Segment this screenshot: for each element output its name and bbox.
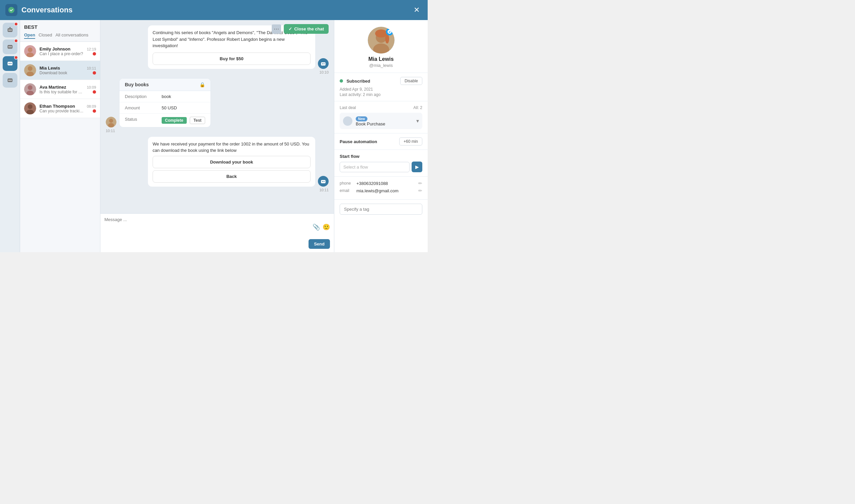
subscription-row: Subscribed Disable: [340, 77, 422, 85]
svg-point-14: [28, 48, 33, 52]
conv-item-ethan[interactable]: Ethan Thompson Can you provide tracking …: [20, 99, 100, 118]
msg-time-1: 10:10: [319, 70, 329, 74]
svg-rect-7: [7, 62, 12, 66]
deal-all-count: All: 2: [413, 105, 422, 110]
tab-all[interactable]: All conversations: [55, 32, 88, 39]
subscription-section: Subscribed Disable Added Apr 9, 2021 Las…: [334, 73, 428, 101]
flow-section: Start flow Select a flow ▶: [334, 150, 428, 177]
emoji-icon[interactable]: 🙂: [322, 223, 330, 231]
close-window-button[interactable]: ✕: [411, 4, 422, 16]
conv-preview-mia: Download book: [39, 71, 83, 75]
edit-email-icon[interactable]: ✏: [418, 188, 422, 193]
chat-toolbar: ⋯ ✓ Close the chat: [272, 24, 329, 34]
status-value: Complete Test: [162, 117, 205, 124]
contact-section: phone +380632091088 ✏ email mia.lewis@gm…: [334, 177, 428, 200]
back-button[interactable]: Back: [153, 170, 311, 183]
svg-point-33: [324, 181, 325, 182]
svg-point-37: [375, 30, 387, 37]
flow-play-button[interactable]: ▶: [412, 162, 422, 172]
conv-item-mia[interactable]: Mia Lewis Download book 10:11: [20, 61, 100, 80]
phone-row: phone +380632091088 ✏: [340, 181, 422, 186]
svg-point-5: [8, 46, 10, 48]
svg-point-38: [385, 34, 389, 43]
message-input[interactable]: [104, 217, 310, 237]
conv-meta-ethan: 08:09: [87, 104, 96, 113]
lock-icon: 🔒: [199, 82, 205, 87]
order-row-description: Description book: [120, 91, 210, 102]
deal-header-row: Last deal All: 2: [340, 105, 422, 110]
svg-rect-10: [7, 78, 12, 82]
tag-input[interactable]: [340, 204, 422, 215]
deal-label: Last deal: [340, 105, 356, 110]
buy-for-50-button[interactable]: Buy for $50: [153, 53, 311, 65]
sidebar-bot-1[interactable]: [3, 23, 17, 37]
conversation-list: BEST Open Closed All conversations Emily…: [20, 20, 100, 252]
flow-label: Start flow: [340, 154, 422, 159]
svg-point-27: [324, 63, 325, 64]
close-chat-button[interactable]: ✓ Close the chat: [284, 24, 329, 34]
disable-button[interactable]: Disable: [400, 77, 422, 85]
phone-label: phone: [340, 181, 356, 186]
profile-handle: @mia_lewis: [369, 63, 392, 68]
profile-avatar: [368, 27, 395, 54]
download-book-button[interactable]: Download your book: [153, 156, 311, 168]
tag-section: [334, 200, 428, 219]
status-complete-button[interactable]: Complete: [162, 117, 187, 124]
svg-point-17: [28, 66, 33, 71]
badge-1: [14, 22, 18, 26]
email-row: email mia.lewis@gmail.com ✏: [340, 188, 422, 193]
conv-time-mia: 10:11: [87, 66, 96, 70]
message-3: We have received your payment for the or…: [106, 137, 329, 192]
deal-expand-icon[interactable]: ▾: [416, 118, 419, 124]
svg-point-1: [8, 30, 10, 31]
profile-name: Mia Lewis: [368, 56, 394, 62]
sidebar-bot-3[interactable]: [3, 56, 17, 71]
conv-time-ethan: 08:09: [87, 104, 96, 108]
unread-dot-emily: [93, 52, 96, 55]
deal-name: Book Purchase: [356, 121, 413, 126]
subscribed-status: Subscribed: [340, 78, 370, 84]
unread-dot-ava: [93, 90, 96, 94]
unread-dot-mia: [93, 71, 96, 75]
conv-preview-ava: Is this toy suitable for a 5-year-old?: [39, 90, 83, 94]
email-label: email: [340, 188, 356, 193]
attachment-icon[interactable]: 📎: [313, 223, 320, 231]
conv-preview-emily: Can I place a pre-order?: [39, 52, 83, 56]
flow-select[interactable]: Select a flow: [340, 162, 409, 172]
edit-phone-icon[interactable]: ✏: [418, 181, 422, 186]
conv-info-mia: Mia Lewis Download book: [39, 66, 83, 75]
subscribed-dot: [340, 79, 343, 83]
deal-card[interactable]: New Book Purchase ▾: [340, 113, 422, 129]
last-activity: Last activity: 2 min ago: [340, 92, 422, 97]
conv-preview-ethan: Can you provide tracking informa...: [39, 109, 83, 113]
main-layout: BEST Open Closed All conversations Emily…: [0, 20, 428, 252]
sidebar-bot-4[interactable]: [3, 73, 17, 88]
pause-row: Pause automation +60 min: [340, 138, 422, 145]
svg-point-9: [10, 63, 11, 64]
app-title: Conversations: [21, 6, 411, 14]
tab-closed[interactable]: Closed: [38, 32, 52, 39]
avatar-mia: [24, 64, 36, 76]
avatar-ava: [24, 83, 36, 95]
more-options-button[interactable]: ⋯: [272, 24, 281, 34]
deal-new-badge: New: [356, 116, 367, 121]
svg-point-12: [10, 79, 11, 81]
tab-open[interactable]: Open: [24, 32, 35, 39]
input-actions: 📎 🙂: [313, 223, 330, 231]
message-2: Buy books 🔒 Description book Amount 50 U…: [106, 78, 329, 133]
app-logo: [5, 4, 17, 16]
unread-dot-ethan: [93, 109, 96, 113]
conv-meta-emily: 12:19: [87, 47, 96, 55]
conv-time-ava: 10:09: [87, 85, 96, 89]
status-test-button[interactable]: Test: [190, 117, 205, 124]
profile-section: Mia Lewis @mia_lewis: [334, 20, 428, 73]
conv-item-emily[interactable]: Emily Johnson Can I place a pre-order? 1…: [20, 42, 100, 61]
sidebar-bot-2[interactable]: [3, 39, 17, 54]
pause-button[interactable]: +60 min: [399, 138, 422, 145]
send-button[interactable]: Send: [309, 239, 330, 249]
checkmark-icon: ✓: [289, 26, 292, 32]
badge-2: [14, 39, 18, 43]
svg-point-20: [28, 85, 33, 90]
conv-item-ava[interactable]: Ava Martinez Is this toy suitable for a …: [20, 80, 100, 99]
right-panel: Mia Lewis @mia_lewis Subscribed Disable …: [334, 20, 428, 252]
